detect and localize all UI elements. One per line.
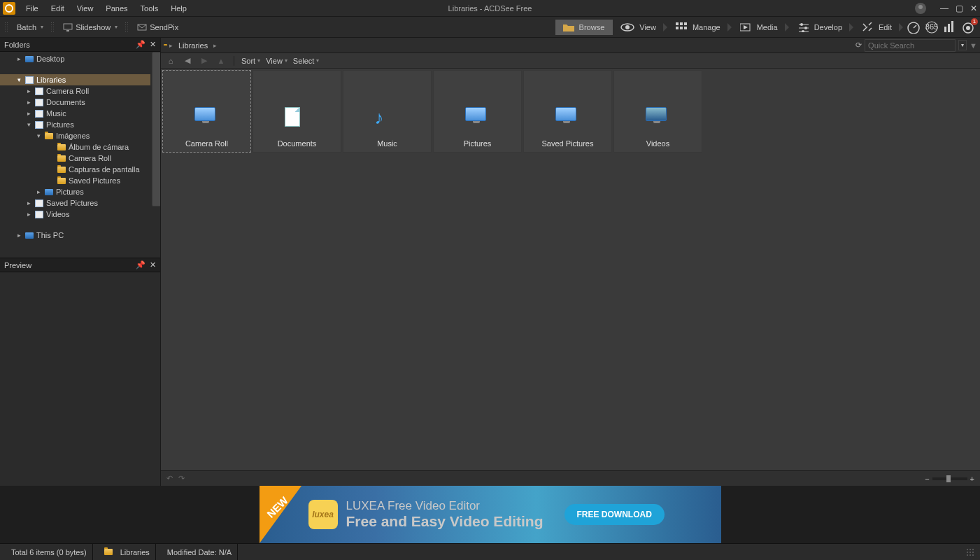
tree-item[interactable]: ▾Imágenes [0,130,160,141]
close-button[interactable]: ✕ [970,4,977,13]
tools-icon [862,22,874,32]
svg-rect-6 [680,22,683,25]
svg-point-16 [800,23,803,26]
tree-item-this-pc[interactable]: ▸This PC [0,230,160,241]
svg-rect-0 [64,24,72,29]
forward-icon[interactable]: ▶ [199,56,210,65]
tree-item[interactable]: Saved Pictures [0,175,160,186]
dashboard-icon[interactable] [906,20,921,35]
tree-item[interactable]: Capturas de pantalla [0,164,160,175]
user-avatar-icon[interactable] [915,3,926,14]
svg-rect-7 [684,22,687,25]
batch-button[interactable]: Batch▾ [13,22,48,33]
svg-point-17 [804,27,807,29]
slideshow-icon [63,23,73,31]
status-bar: Total 6 items (0 bytes) Libraries Modifi… [0,543,980,560]
tree-item-libraries[interactable]: ▾Libraries [0,74,160,85]
menu-edit[interactable]: Edit [45,1,71,15]
thumb-label: Videos [646,139,669,148]
rotate-left-icon[interactable]: ↶ [166,474,173,483]
tree-item-desktop[interactable]: ▸Desktop [0,53,160,64]
tree-item[interactable]: ▸Camera Roll [0,85,160,97]
status-modified: Modified Date: N/A [162,544,238,560]
select-dropdown[interactable]: Select▾ [293,57,320,65]
minimize-button[interactable]: — [940,4,949,13]
menu-panes[interactable]: Panes [99,1,134,15]
mode-edit[interactable]: Edit [855,20,904,35]
toolbar-grip-icon [4,22,8,33]
tree-item[interactable]: ▸Documents [0,97,160,108]
home-icon[interactable]: ⌂ [165,57,176,65]
folder-thumb[interactable]: ♪ Music [343,70,432,153]
folder-thumb[interactable]: Videos [613,70,702,153]
folder-thumb[interactable]: Camera Roll [162,70,251,153]
menu-view[interactable]: View [71,1,100,15]
sliders-icon [797,22,810,32]
tree-item[interactable]: ▸Videos [0,209,160,220]
folder-thumb[interactable]: Pictures [433,70,522,153]
ad-banner[interactable]: NEW luxea LUXEA Free Video Editor Free a… [260,486,721,543]
stats-icon[interactable] [942,20,958,35]
notifications-icon[interactable]: 1 [960,20,976,35]
tree-item[interactable]: ▸Pictures [0,186,160,197]
tree-item[interactable]: Álbum de cámara [0,141,160,153]
menu-help[interactable]: Help [164,1,193,15]
mode-view[interactable]: View [613,20,669,35]
left-panel: Folders 📌 ✕ ▸Desktop ▾Libraries ▸Camera … [0,38,161,486]
tree-scrollbar[interactable] [150,52,160,258]
pin-icon[interactable]: 📌 [136,260,145,270]
folders-panel-title: Folders [4,41,30,49]
view-toolbar: ⌂ ◀ ▶ ▲ Sort▾ View▾ Select▾ [161,53,980,69]
zoom-out-icon[interactable]: − [925,475,929,483]
close-panel-icon[interactable]: ✕ [150,40,156,49]
sendpix-button[interactable]: SendPix [133,22,183,33]
tree-item[interactable]: ▸Music [0,108,160,119]
mode-media[interactable]: Media [733,20,790,35]
menu-file[interactable]: File [20,1,45,15]
toolbar-grip-icon [125,22,129,33]
up-icon[interactable]: ▲ [215,57,227,65]
ad-download-button[interactable]: FREE DOWNLOAD [564,504,665,525]
tree-item[interactable]: ▸Saved Pictures [0,197,160,209]
sendpix-icon [137,23,147,31]
resize-grip-icon[interactable] [966,548,974,556]
breadcrumb-item[interactable]: Libraries [178,41,208,50]
zoom-slider[interactable] [932,477,967,480]
svg-rect-25 [951,21,953,32]
search-dropdown-icon[interactable]: ▾ [958,40,967,50]
folder-thumb[interactable]: Saved Pictures [523,70,612,153]
breadcrumb-chevron-icon[interactable]: ▸ [211,42,220,49]
maximize-button[interactable]: ▢ [956,4,963,13]
breadcrumb-bar: ▸ Libraries ▸ ⟳ ▾ ▼ [161,38,980,53]
filter-icon[interactable]: ▼ [970,41,977,50]
document-icon [285,107,300,127]
svg-rect-5 [676,22,679,25]
svg-rect-10 [684,27,687,29]
mode-develop[interactable]: Develop [790,20,855,35]
view-dropdown[interactable]: View▾ [266,57,287,65]
svg-point-27 [966,26,970,30]
back-icon[interactable]: ◀ [182,56,193,65]
folder-thumb[interactable]: Documents [253,70,341,153]
365-icon[interactable]: 365 [924,20,939,35]
slideshow-button[interactable]: Slideshow▾ [59,22,122,33]
folder-tree: ▸Desktop ▾Libraries ▸Camera Roll ▸Docume… [0,52,160,258]
mode-manage[interactable]: Manage [669,20,733,35]
tree-item[interactable]: ▾Pictures [0,119,160,130]
zoom-in-icon[interactable]: + [970,475,974,483]
sort-dropdown[interactable]: Sort▾ [241,57,260,65]
refresh-icon[interactable]: ⟳ [855,41,862,50]
status-location[interactable]: Libraries [99,544,156,560]
close-panel-icon[interactable]: ✕ [150,260,156,270]
thumb-label: Saved Pictures [542,139,594,148]
breadcrumb-chevron-icon[interactable]: ▸ [166,42,176,49]
menu-tools[interactable]: Tools [134,1,165,15]
search-input[interactable] [865,39,956,52]
video-icon [646,107,667,121]
mode-browse[interactable]: Browse [555,20,613,35]
preview-panel-header: Preview 📌 ✕ [0,258,160,272]
rotate-right-icon[interactable]: ↷ [178,474,185,483]
thumb-label: Camera Roll [185,139,228,148]
tree-item[interactable]: Camera Roll [0,153,160,164]
pin-icon[interactable]: 📌 [136,40,145,49]
